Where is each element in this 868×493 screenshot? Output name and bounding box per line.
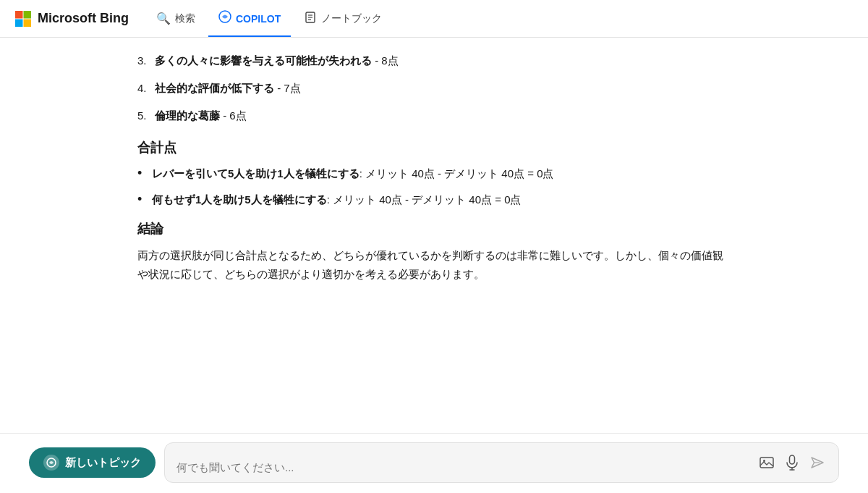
input-actions: [757, 453, 827, 473]
svg-rect-1: [24, 11, 32, 19]
navbar: Microsoft Bing 🔍 検索 COPILOT: [0, 0, 868, 38]
svg-rect-10: [760, 458, 773, 468]
svg-point-11: [763, 460, 765, 462]
item-number-5: 5.: [137, 107, 155, 125]
bullet-item-2: • 何もせず1人を助け5人を犠牲にする: メリット 40点 - デメリット 40…: [137, 191, 731, 208]
item-text-3: 多くの人々に影響を与える可能性が失われる - 8点: [155, 52, 399, 69]
chat-input[interactable]: [176, 461, 752, 473]
item-text-5: 倫理的な葛藤 - 6点: [155, 107, 247, 125]
nav-label-copilot: COPILOT: [236, 13, 281, 25]
bullet-icon-2: •: [137, 193, 152, 206]
bullet-text-1: レバーを引いて5人を助け1人を犠牲にする: メリット 40点 - デメリット 4…: [152, 165, 554, 182]
input-box: [164, 442, 839, 483]
microsoft-logo-icon: [14, 10, 32, 28]
conclusion-heading: 結論: [137, 220, 731, 237]
fade-gradient: [0, 404, 868, 433]
bullet-icon-1: •: [137, 167, 152, 180]
new-topic-button[interactable]: 新しいトピック: [29, 447, 156, 478]
svg-rect-2: [15, 19, 23, 27]
chat-scroll[interactable]: 3. 多くの人々に影響を与える可能性が失われる - 8点 4. 社会的な評価が低…: [109, 38, 760, 411]
image-upload-button[interactable]: [757, 453, 776, 472]
copilot-icon: [218, 10, 231, 27]
total-heading: 合計点: [137, 139, 731, 156]
nav-label-notebook: ノートブック: [321, 12, 382, 25]
new-topic-label: 新しいトピック: [65, 456, 141, 470]
list-item-3: 3. 多くの人々に影響を与える可能性が失われる - 8点: [137, 52, 731, 69]
item-text-4: 社会的な評価が低下する - 7点: [155, 80, 301, 97]
nav-item-search[interactable]: 🔍 検索: [146, 0, 205, 37]
search-icon: 🔍: [156, 12, 171, 25]
nav-items: 🔍 検索 COPILOT: [146, 0, 392, 37]
main-content: 3. 多くの人々に影響を与える可能性が失われる - 8点 4. 社会的な評価が低…: [0, 38, 868, 493]
new-topic-icon: [43, 455, 59, 471]
nav-item-notebook[interactable]: ノートブック: [294, 0, 392, 37]
conclusion-text: 両方の選択肢が同じ合計点となるため、どちらが優れているかを判断するのは非常に難し…: [137, 246, 731, 285]
logo-area: Microsoft Bing: [14, 10, 129, 28]
list-item-5: 5. 倫理的な葛藤 - 6点: [137, 107, 731, 125]
nav-label-search: 検索: [175, 12, 195, 25]
brand-text: Microsoft Bing: [38, 11, 129, 26]
nav-item-copilot[interactable]: COPILOT: [208, 0, 291, 37]
bottom-bar: 新しいトピック: [0, 433, 868, 493]
send-button[interactable]: [808, 453, 827, 472]
bullet-list: • レバーを引いて5人を助け1人を犠牲にする: メリット 40点 - デメリット…: [137, 165, 731, 208]
svg-rect-3: [24, 19, 32, 27]
list-item-4: 4. 社会的な評価が低下する - 7点: [137, 80, 731, 97]
item-number-3: 3.: [137, 52, 155, 69]
bullet-text-2: 何もせず1人を助け5人を犠牲にする: メリット 40点 - デメリット 40点 …: [152, 191, 522, 208]
svg-rect-12: [790, 455, 795, 464]
bullet-item-1: • レバーを引いて5人を助け1人を犠牲にする: メリット 40点 - デメリット…: [137, 165, 731, 182]
numbered-list: 3. 多くの人々に影響を与える可能性が失われる - 8点 4. 社会的な評価が低…: [137, 52, 731, 125]
svg-rect-0: [15, 11, 23, 19]
notebook-icon: [304, 11, 317, 27]
item-number-4: 4.: [137, 80, 155, 97]
microphone-button[interactable]: [783, 453, 801, 472]
